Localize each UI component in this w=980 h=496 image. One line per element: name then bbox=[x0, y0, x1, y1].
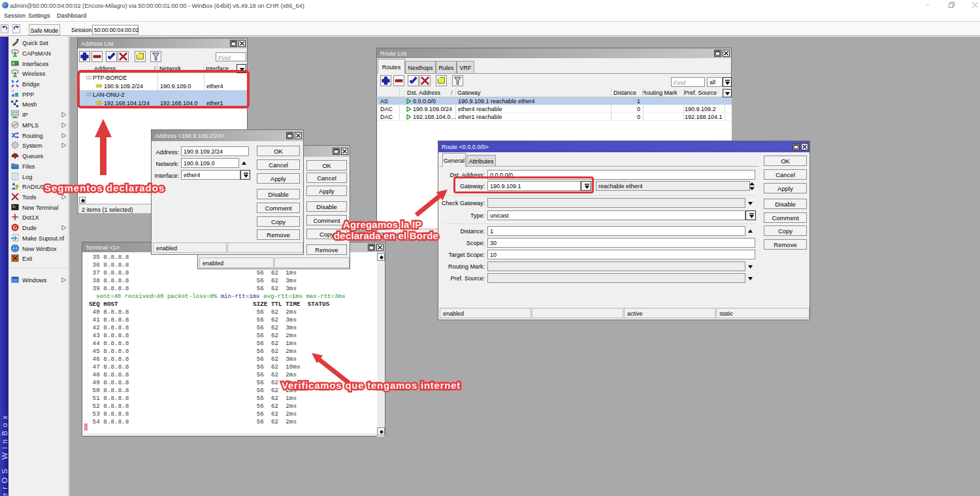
svg-text:G: G bbox=[13, 225, 17, 231]
